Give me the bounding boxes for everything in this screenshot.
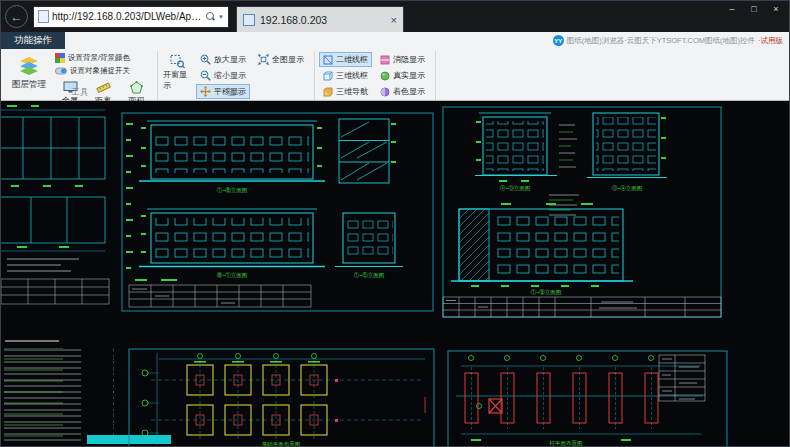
shaded-display-icon xyxy=(380,87,390,97)
brand-info: YY 图纸(地图)浏览器·云图天下YTSOFT.COM图纸(地图)控件 ·试用版 xyxy=(553,35,783,46)
maximize-button[interactable]: □ xyxy=(743,1,765,16)
nav-3d-icon xyxy=(323,87,333,97)
fit-view-label: 全图显示 xyxy=(272,54,304,65)
fit-view-button[interactable]: 全图显示 xyxy=(254,52,308,67)
zoom-in-label: 放大显示 xyxy=(214,54,246,65)
schedule-table xyxy=(659,355,705,401)
brand-text: 图纸(地图)浏览器·云图天下YTSOFT.COM图纸(地图)控件 xyxy=(567,36,755,46)
drawing-notes xyxy=(4,341,171,444)
drawing-label: 柱平面布置图 xyxy=(550,440,583,447)
hidden-display-label: 消隐显示 xyxy=(393,54,425,65)
ribbon-group-viewmodes: 二维线框 三维线框 三维导航 xyxy=(315,51,436,100)
shaded-display-label: 着色显示 xyxy=(393,86,425,97)
drawing-label: ①~⑤立面图 xyxy=(354,272,385,279)
stray-marks xyxy=(7,105,39,107)
elevation-3: ①~⑤立面图 xyxy=(335,213,403,279)
browser-window: ← http://192.168.0.203/DLWeb/Application… xyxy=(0,0,790,447)
zoom-out-label: 缩小显示 xyxy=(214,70,246,81)
viewmode-col-1: 二维线框 三维线框 三维导航 xyxy=(319,52,372,99)
elevation-2: ⑧~①立面图 xyxy=(139,209,325,279)
ribbon-body: 图层管理 设置背景/背景颜色 xyxy=(1,49,789,100)
ribbon: 功能操作 YY 图纸(地图)浏览器·云图天下YTSOFT.COM图纸(地图)控件… xyxy=(1,32,789,101)
elevation-B: Ⓓ~Ⓐ立面图 xyxy=(587,113,667,192)
stair-section xyxy=(339,119,396,183)
background-color-icon xyxy=(55,53,65,63)
close-button[interactable]: × xyxy=(765,1,787,16)
wireframe-2d-label: 二维线框 xyxy=(336,54,368,65)
drawing-label: ①~⑧立面图 xyxy=(217,187,248,194)
viewmode-col-2: 消隐显示 真实显示 着色显示 xyxy=(376,52,429,99)
back-button[interactable]: ← xyxy=(5,5,28,28)
zoom-out-icon xyxy=(200,70,211,81)
left-title-block xyxy=(1,279,109,304)
browser-titlebar: ← http://192.168.0.203/DLWeb/Application… xyxy=(1,1,789,32)
toggle-icon xyxy=(55,67,67,75)
search-icon[interactable] xyxy=(206,12,215,21)
brand-logo-icon: YY xyxy=(553,35,564,46)
drawing-label: Ⓓ~Ⓐ立面图 xyxy=(612,185,643,192)
elevation-A: Ⓐ~Ⓓ立面图 xyxy=(475,113,557,192)
wireframe-3d-icon xyxy=(323,71,333,81)
tab-favicon xyxy=(243,14,255,26)
sheet-bottom-right: 柱平面布置图 xyxy=(448,351,727,447)
nav-3d-label: 三维导航 xyxy=(336,86,368,97)
set-background-label: 设置背景/背景颜色 xyxy=(68,53,130,63)
realistic-display-label: 真实显示 xyxy=(393,70,425,81)
address-dropdown-icon[interactable]: ▼ xyxy=(218,14,224,20)
tab-title: 192.168.0.203 xyxy=(260,14,386,26)
wireframe-2d-icon xyxy=(323,55,333,65)
zoom-out-button[interactable]: 缩小显示 xyxy=(196,68,250,83)
column-marks xyxy=(465,367,658,429)
object-snap-label: 设置对象捕捉开关 xyxy=(70,66,130,76)
hidden-display-icon xyxy=(380,55,390,65)
sheet-right: Ⓐ~Ⓓ立面图 xyxy=(443,107,721,317)
drawing-label: 基础平面布置图 xyxy=(262,441,301,447)
elevation-1: ①~⑧立面图 xyxy=(139,121,325,194)
set-background-button[interactable]: 设置背景/背景颜色 xyxy=(55,52,151,64)
cad-drawing-surface: ①~⑧立面图 xyxy=(1,101,790,447)
ribbon-group-display: 开窗显示 放大显示 xyxy=(158,51,315,100)
address-bar[interactable]: http://192.168.0.203/DLWeb/Application/Y… xyxy=(33,6,229,28)
elevation-5: ①~⑨立面图 xyxy=(451,203,633,296)
hidden-display-button[interactable]: 消隐显示 xyxy=(376,52,429,67)
display-col-3: 全图显示 xyxy=(254,52,308,67)
minimize-button[interactable]: – xyxy=(721,1,743,16)
window-zoom-icon xyxy=(170,54,185,68)
cad-canvas[interactable]: ①~⑧立面图 xyxy=(1,101,789,446)
drawing-label: ⑧~①立面图 xyxy=(217,272,248,279)
nav-3d-button[interactable]: 三维导航 xyxy=(319,84,372,99)
wireframe-3d-label: 三维线框 xyxy=(336,70,368,81)
layers-icon xyxy=(18,55,40,77)
zoom-in-icon xyxy=(200,54,211,65)
url-text[interactable]: http://192.168.0.203/DLWeb/Application/Y… xyxy=(52,11,203,22)
tools-column: 设置背景/背景颜色 设置对象捕捉开关 xyxy=(55,52,151,108)
group-label-display: 显示 xyxy=(158,87,314,99)
drawing-label: ①~⑨立面图 xyxy=(531,289,562,296)
drawing-left-plan xyxy=(1,110,109,304)
wireframe-3d-button[interactable]: 三维线框 xyxy=(319,68,372,83)
sheet-center: ①~⑧立面图 xyxy=(122,113,433,311)
brand-trial-text: ·试用版 xyxy=(758,36,783,46)
sheet-bottom-center: 基础平面布置图 xyxy=(129,349,434,447)
group-label-tools: 工具 xyxy=(3,87,157,99)
realistic-display-button[interactable]: 真实显示 xyxy=(376,68,429,83)
back-icon: ← xyxy=(11,10,23,24)
highlighted-column xyxy=(489,399,502,413)
wireframe-2d-button[interactable]: 二维线框 xyxy=(319,52,372,67)
zoom-in-button[interactable]: 放大显示 xyxy=(196,52,250,67)
object-snap-toggle-button[interactable]: 设置对象捕捉开关 xyxy=(55,65,151,77)
window-controls: – □ × xyxy=(721,1,787,16)
dimension-strings xyxy=(559,125,577,167)
footing-row-2 xyxy=(187,401,327,440)
tab-close-button[interactable]: × xyxy=(391,14,397,26)
drawing-label: Ⓐ~Ⓓ立面图 xyxy=(500,185,531,192)
tab-function-operations[interactable]: 功能操作 xyxy=(1,32,65,49)
shaded-display-button[interactable]: 着色显示 xyxy=(376,84,429,99)
ribbon-group-tools: 图层管理 设置背景/背景颜色 xyxy=(3,51,158,100)
fit-view-icon xyxy=(258,54,269,65)
realistic-display-icon xyxy=(380,71,390,81)
browser-tab[interactable]: 192.168.0.203 × xyxy=(236,6,404,32)
page-icon xyxy=(38,10,49,23)
